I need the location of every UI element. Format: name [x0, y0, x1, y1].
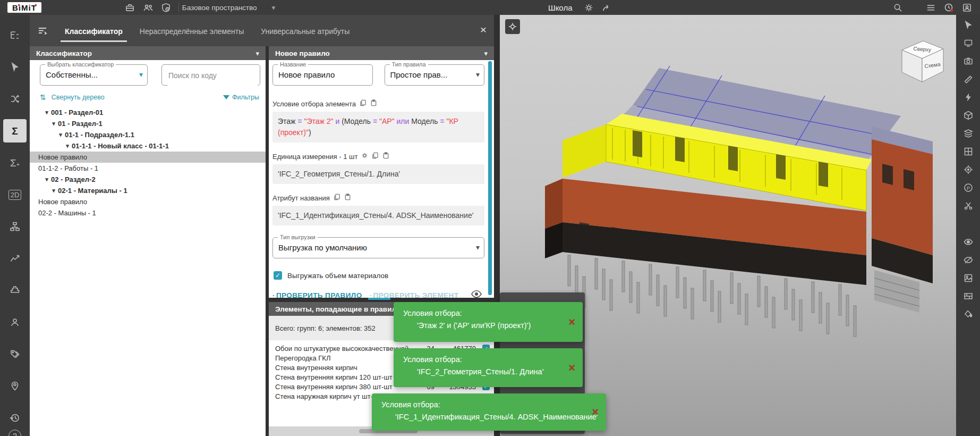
caret-down-icon[interactable] — [49, 120, 58, 127]
grid-icon[interactable] — [960, 144, 976, 160]
copy-icon[interactable] — [372, 152, 379, 161]
focus-target-icon[interactable] — [960, 162, 976, 178]
tab-unallocated-elements[interactable]: Нераспределённые элементы — [138, 16, 246, 45]
code-search-input[interactable] — [167, 65, 258, 86]
rule-type-select[interactable]: Тип правила Простое прав... — [385, 64, 485, 86]
caret-down-icon[interactable] — [42, 176, 51, 183]
sum-add-icon[interactable]: Σ+ — [3, 151, 27, 174]
tags-icon[interactable] — [3, 342, 27, 366]
export-type-select[interactable]: Тип выгрузки Выгрузка по умолчанию — [272, 237, 484, 258]
close-icon[interactable]: × — [568, 316, 575, 328]
logo-red-dot — [18, 4, 20, 6]
tree-item[interactable]: 01-1-2 - Работы - 1 — [30, 163, 266, 174]
paste-clipboard-icon[interactable] — [382, 152, 389, 161]
view-cube[interactable]: Сверху Схема — [896, 34, 949, 89]
sum-icon[interactable]: Σ — [3, 119, 27, 142]
export-type-value: Выгрузка по умолчанию — [273, 238, 484, 258]
collapse-tree-link[interactable]: Свернуть дерево — [52, 94, 105, 101]
briefcase-icon[interactable] — [121, 1, 139, 14]
camera-icon[interactable] — [960, 53, 976, 69]
visibility-eye-icon[interactable] — [960, 234, 976, 250]
2d-view-icon[interactable]: 2D — [3, 183, 27, 206]
toast-notification[interactable]: Условия отбора: 'IFC_1_Идентификация_Сте… — [372, 393, 606, 431]
tab-classifier[interactable]: Классификатор — [63, 16, 125, 45]
toast-notification[interactable]: Условия отбора: 'IFC_2_Геометрия_Стены/1… — [394, 348, 583, 387]
vertical-scrollbar[interactable] — [488, 61, 492, 295]
paste-clipboard-icon[interactable] — [370, 99, 377, 108]
share-icon[interactable] — [598, 1, 616, 14]
search-icon[interactable] — [889, 1, 907, 14]
filters-link[interactable]: Фильтры — [223, 94, 259, 101]
rule-panel-header[interactable]: Новое правило — [269, 46, 494, 60]
security-shield-icon[interactable] — [157, 1, 175, 14]
walls-icon[interactable] — [960, 288, 976, 304]
rule-name-field[interactable]: Название Новое правило — [272, 64, 373, 86]
name-attribute-expression[interactable]: 'IFC_1_Идентификация_Стены/4. ADSK_Наиме… — [272, 206, 484, 225]
tree-item[interactable]: 01 - Раздел-1 — [30, 118, 266, 129]
model-cube-icon[interactable] — [960, 107, 976, 123]
history-icon[interactable] — [3, 406, 27, 430]
account-icon[interactable] — [958, 1, 976, 14]
menu-list-icon[interactable] — [922, 1, 940, 14]
condition-label: Условие отбора элемента — [272, 100, 356, 108]
classifier-select[interactable]: Выбрать классификатор Собственны... — [40, 64, 148, 86]
collapse-panel-icon[interactable] — [35, 23, 50, 38]
check-rule-button[interactable]: ПРОВЕРИТЬ ПРАВИЛО — [272, 291, 362, 298]
unit-expression[interactable]: 'IFC_2_Геометрия_Стены/1. Длина' — [272, 164, 484, 184]
settings-gear-icon[interactable] — [580, 1, 598, 14]
tab-universal-attributes[interactable]: Универсальные атрибуты — [259, 16, 352, 45]
select-arrow-icon[interactable] — [960, 17, 976, 33]
filter-funnel-icon — [223, 95, 229, 99]
section-cut-icon[interactable] — [960, 198, 976, 214]
tree-item[interactable]: 001 - Раздел-01 — [30, 107, 266, 118]
tree-item[interactable]: 02-1 - Материалы - 1 — [30, 185, 266, 196]
tree-item[interactable]: 02 - Раздел-2 — [30, 174, 266, 185]
copy-icon[interactable] — [360, 99, 367, 108]
hide-eye-icon[interactable] — [960, 252, 976, 268]
plugins-icon[interactable] — [3, 279, 27, 302]
copy-icon[interactable] — [334, 194, 340, 202]
classifier-tree-icon[interactable] — [3, 23, 27, 47]
texture-image-icon[interactable] — [960, 270, 976, 286]
plan-icon[interactable]: P — [960, 180, 976, 196]
paint-bucket-icon[interactable] — [960, 306, 976, 322]
caret-down-icon[interactable] — [56, 131, 65, 138]
connections-icon[interactable] — [3, 87, 27, 111]
history-clock-icon[interactable] — [940, 1, 958, 14]
focus-mode-icon[interactable] — [505, 19, 520, 34]
classifier-panel-header[interactable]: Классификатор — [30, 46, 266, 60]
export-volume-checkbox[interactable] — [274, 271, 282, 280]
close-icon[interactable]: × — [568, 362, 575, 374]
tree-item[interactable]: 02-2 - Машины - 1 — [30, 207, 266, 219]
close-icon[interactable]: × — [477, 23, 490, 36]
bimit-logo[interactable]: BiMiT — [7, 2, 41, 13]
team-icon[interactable] — [139, 1, 157, 14]
eye-icon[interactable] — [471, 288, 482, 298]
tree-item-selected[interactable]: Новое правило — [30, 152, 266, 163]
chart-icon[interactable] — [3, 247, 27, 270]
collapse-expand-icon[interactable]: ⇅ — [40, 93, 46, 102]
close-icon[interactable]: × — [592, 406, 599, 418]
paste-clipboard-icon[interactable] — [344, 194, 351, 202]
toast-notification[interactable]: Условия отбора: 'Этаж 2' и ('АР' или'КР … — [394, 302, 583, 342]
check-element-button[interactable]: ПРОВЕРИТЬ ЭЛЕМЕНТ — [370, 291, 459, 298]
workspace-select[interactable]: Базовое пространство — [182, 3, 276, 12]
user-icon[interactable] — [3, 311, 27, 334]
help-icon[interactable]: ? — [8, 430, 21, 436]
caret-down-icon[interactable] — [63, 142, 72, 149]
measure-icon[interactable] — [960, 71, 976, 87]
tree-item[interactable]: 01-1 - Подраздел-1.1 — [30, 129, 266, 140]
quick-actions-icon[interactable] — [960, 89, 976, 105]
caret-down-icon[interactable] — [49, 187, 58, 194]
caret-down-icon[interactable] — [42, 109, 51, 116]
gear-icon[interactable] — [361, 152, 368, 161]
tree-item[interactable]: Новое правило — [30, 196, 266, 207]
select-cursor-icon[interactable] — [3, 55, 27, 79]
horizontal-scrollbar[interactable] — [368, 298, 390, 300]
hierarchy-icon[interactable] — [3, 215, 27, 238]
user-location-icon[interactable] — [3, 374, 27, 398]
storeys-icon[interactable] — [960, 125, 976, 141]
condition-expression[interactable]: Этаж = "Этаж 2" и (Модель = "АР" или Мод… — [272, 112, 484, 142]
screenshot-icon[interactable] — [960, 35, 976, 51]
tree-item[interactable]: 01-1-1 - Новый класс - 01-1-1 — [30, 140, 266, 152]
